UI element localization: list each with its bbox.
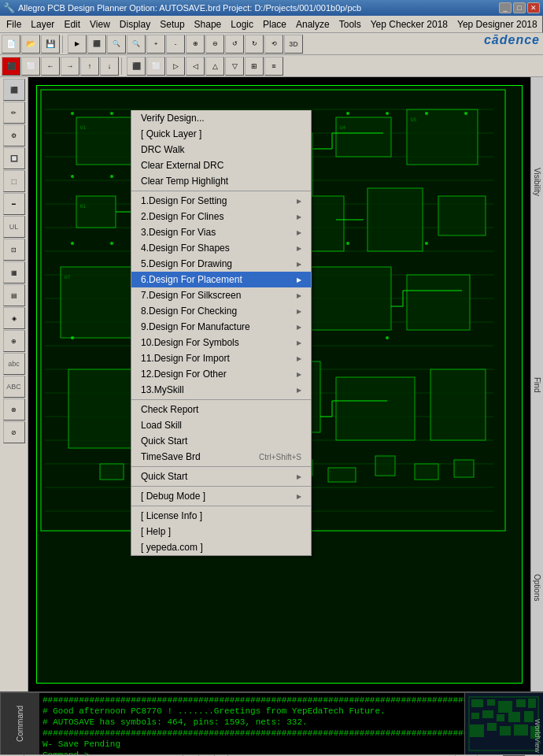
tb2-btn-6[interactable]: ↓ [100, 57, 119, 76]
side-btn-12[interactable]: ⊕ [3, 330, 25, 352]
tb-btn-8[interactable]: + [146, 35, 165, 54]
dropdown-design-drawing[interactable]: 5.Design For Drawing ▶ [131, 256, 311, 272]
dropdown-design-silkscreen[interactable]: 7.Design For Silkscreen ▶ [131, 287, 311, 303]
tb2-btn-10[interactable]: ◁ [186, 57, 205, 76]
tb2-btn-12[interactable]: ▽ [225, 57, 244, 76]
svg-point-69 [71, 242, 74, 245]
dropdown-design-setting[interactable]: 1.Design For Setting ▶ [131, 193, 311, 209]
side-btn-1[interactable]: ⬛ [3, 79, 25, 101]
dropdown-design-placement[interactable]: 6.Design For Placement ▶ [131, 272, 311, 287]
maximize-button[interactable]: □ [513, 2, 526, 13]
dropdown-design-other[interactable]: 12.Design For Other ▶ [131, 366, 311, 382]
options-label[interactable]: Options [533, 571, 541, 604]
dropdown-design-manufacture[interactable]: 9.Design For Manufacture ▶ [131, 319, 311, 335]
dropdown-quick-layer[interactable]: [ Quick Layer ] [131, 126, 311, 142]
side-btn-14[interactable]: ABC [3, 376, 25, 398]
tb-btn-6[interactable]: 🔍 [107, 35, 126, 54]
tb-btn-9[interactable]: - [166, 35, 185, 54]
menu-edit[interactable]: Edit [59, 16, 85, 33]
dropdown-license-info[interactable]: [ License Info ] [131, 508, 311, 524]
side-btn-15[interactable]: ⊗ [3, 398, 25, 421]
dropdown-myskill[interactable]: 13.MySkill ▶ [131, 382, 311, 398]
dropdown-load-skill[interactable]: Load Skill [131, 417, 311, 433]
menu-logic[interactable]: Logic [226, 16, 258, 33]
dropdown-design-checking[interactable]: 8.Design For Checking ▶ [131, 303, 311, 319]
side-btn-6[interactable]: ━ [3, 193, 25, 215]
tb2-btn-11[interactable]: △ [205, 57, 224, 76]
find-label[interactable]: Find [533, 374, 541, 395]
tb2-btn-13[interactable]: ⊞ [245, 57, 264, 76]
side-btn-3[interactable]: ⚙ [3, 124, 25, 146]
title-bar-controls: _ □ ✕ [499, 2, 540, 13]
side-btn-11[interactable]: ◈ [3, 307, 25, 329]
tb2-btn-3[interactable]: ← [41, 57, 60, 76]
menu-layer[interactable]: Layer [26, 16, 59, 33]
tb-btn-7[interactable]: 🔍 [127, 35, 146, 54]
menu-setup[interactable]: Setup [155, 16, 189, 33]
svg-text:U1: U1 [80, 124, 87, 130]
svg-point-74 [425, 242, 428, 245]
console-label: Command [0, 693, 39, 754]
save-button[interactable]: 💾 [41, 35, 60, 54]
visibility-label[interactable]: Visibility [533, 165, 541, 199]
menu-yep-designer[interactable]: Yep Designer 2018 [452, 16, 542, 33]
menu-yep-checker[interactable]: Yep Checker 2018 [366, 16, 452, 33]
menu-file[interactable]: File [2, 16, 26, 33]
dropdown-drc-walk[interactable]: DRC Walk [131, 142, 311, 158]
dropdown-quick-start-1[interactable]: Quick Start [131, 433, 311, 449]
side-btn-4[interactable]: 🔲 [3, 147, 25, 169]
console-line-6: Command > [42, 750, 461, 754]
dropdown-design-vias[interactable]: 3.Design For Vias ▶ [131, 224, 311, 240]
tb-btn-5[interactable]: ⬛ [87, 35, 106, 54]
menu-shape[interactable]: Shape [190, 16, 227, 33]
side-btn-9[interactable]: ▦ [3, 261, 25, 284]
tb-btn-4[interactable]: ▶ [68, 35, 87, 54]
side-btn-10[interactable]: ▤ [3, 284, 25, 306]
menu-analyze[interactable]: Analyze [291, 16, 334, 33]
svg-text:U5: U5 [411, 117, 417, 122]
side-btn-2[interactable]: ✏ [3, 102, 25, 124]
new-button[interactable]: 📄 [2, 35, 20, 54]
tb2-btn-1[interactable]: ⬛ [2, 57, 20, 76]
tb2-btn-2[interactable]: ⬜ [21, 57, 40, 76]
dropdown-clear-external-drc[interactable]: Clear External DRC [131, 158, 311, 173]
tb2-btn-14[interactable]: ≡ [264, 57, 283, 76]
minimize-button[interactable]: _ [499, 2, 512, 13]
side-btn-7[interactable]: UL [3, 216, 25, 238]
dropdown-design-clines[interactable]: 2.Design For Clines ▶ [131, 209, 311, 224]
tb2-btn-5[interactable]: ↑ [80, 57, 99, 76]
dropdown-design-shapes[interactable]: 4.Design For Shapes ▶ [131, 240, 311, 256]
tb2-btn-8[interactable]: ⬜ [146, 57, 165, 76]
pcb-canvas[interactable]: U1 U2 U3 U4 U5 R1 C1 R2 U6 U7 Verify Des… [28, 77, 530, 691]
dropdown-debug-mode[interactable]: [ Debug Mode ] ▶ [131, 488, 311, 504]
dropdown-quick-start-2[interactable]: Quick Start ▶ [131, 469, 311, 484]
menu-place[interactable]: Place [258, 16, 291, 33]
side-btn-5[interactable]: ⬚ [3, 170, 25, 192]
dropdown-yepeda[interactable]: [ yepeda.com ] [131, 539, 311, 555]
open-button[interactable]: 📂 [21, 35, 40, 54]
menu-view[interactable]: View [85, 16, 115, 33]
dropdown-timesave-brd[interactable]: TimeSave Brd Ctrl+Shift+S [131, 449, 311, 465]
dropdown-design-symbols[interactable]: 10.Design For Symbols ▶ [131, 335, 311, 350]
dropdown-clear-temp-highlight[interactable]: Clear Temp Highlight [131, 173, 311, 189]
dropdown-verify-design[interactable]: Verify Design... [131, 110, 311, 126]
tb-btn-14[interactable]: ⟲ [264, 35, 283, 54]
side-btn-8[interactable]: ⊡ [3, 239, 25, 261]
close-button[interactable]: ✕ [527, 2, 540, 13]
tb-btn-12[interactable]: ↺ [225, 35, 244, 54]
dropdown-help[interactable]: [ Help ] [131, 524, 311, 539]
side-btn-16[interactable]: ⊘ [3, 421, 25, 443]
main-area: ⬛ ✏ ⚙ 🔲 ⬚ ━ UL ⊡ ▦ ▤ ◈ ⊕ abc ABC ⊗ ⊘ [0, 77, 543, 691]
dropdown-check-report[interactable]: Check Report [131, 402, 311, 417]
tb-btn-13[interactable]: ↻ [245, 35, 264, 54]
tb-btn-11[interactable]: ⊖ [205, 35, 224, 54]
tb2-btn-9[interactable]: ▷ [166, 57, 185, 76]
tb-btn-3d[interactable]: 3D [284, 35, 303, 54]
menu-display[interactable]: Display [115, 16, 155, 33]
tb-btn-10[interactable]: ⊕ [186, 35, 205, 54]
side-btn-13[interactable]: abc [3, 353, 25, 375]
tb2-btn-7[interactable]: ⬛ [127, 57, 146, 76]
tb2-btn-4[interactable]: → [61, 57, 79, 76]
dropdown-design-import[interactable]: 11.Design For Import ▶ [131, 350, 311, 366]
menu-tools[interactable]: Tools [334, 16, 366, 33]
